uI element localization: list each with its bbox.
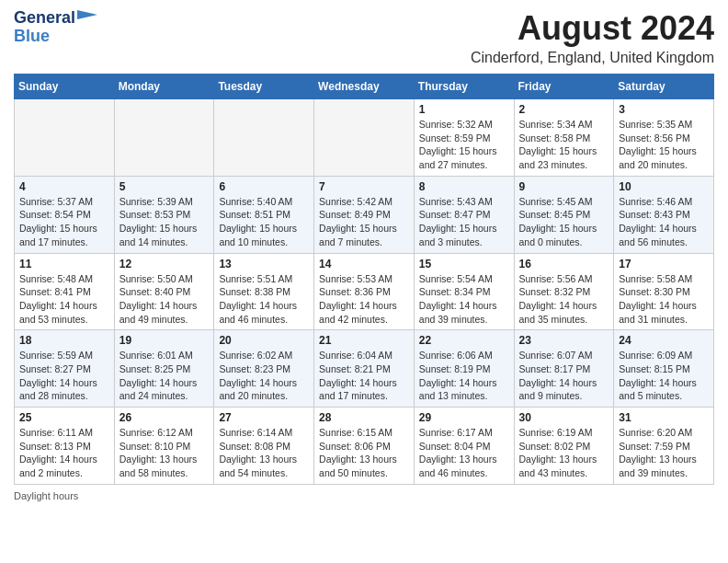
day-cell: 12Sunrise: 5:50 AM Sunset: 8:40 PM Dayli…: [114, 253, 214, 330]
day-number: 16: [519, 258, 609, 270]
daylight-hours-label: Daylight hours: [14, 490, 78, 501]
col-header-tuesday: Tuesday: [214, 75, 314, 99]
day-cell: 17Sunrise: 5:58 AM Sunset: 8:30 PM Dayli…: [614, 253, 714, 330]
day-info: Sunrise: 5:42 AM Sunset: 8:49 PM Dayligh…: [319, 195, 409, 249]
day-cell: 4Sunrise: 5:37 AM Sunset: 8:54 PM Daylig…: [15, 176, 115, 253]
title-block: August 2024 Cinderford, England, United …: [471, 9, 714, 66]
day-cell: 14Sunrise: 5:53 AM Sunset: 8:36 PM Dayli…: [314, 253, 415, 330]
logo-blue: Blue: [14, 28, 50, 46]
col-header-friday: Friday: [514, 75, 614, 99]
day-number: 23: [519, 334, 609, 347]
day-number: 27: [219, 411, 309, 424]
day-number: 28: [319, 411, 409, 424]
day-number: 17: [619, 258, 709, 270]
day-info: Sunrise: 5:45 AM Sunset: 8:45 PM Dayligh…: [519, 195, 609, 249]
day-info: Sunrise: 5:43 AM Sunset: 8:47 PM Dayligh…: [419, 195, 509, 249]
week-row-5: 25Sunrise: 6:11 AM Sunset: 8:13 PM Dayli…: [15, 408, 714, 485]
day-info: Sunrise: 5:35 AM Sunset: 8:56 PM Dayligh…: [619, 118, 709, 172]
calendar-table: SundayMondayTuesdayWednesdayThursdayFrid…: [14, 74, 714, 485]
day-number: 25: [19, 411, 109, 424]
day-cell: 16Sunrise: 5:56 AM Sunset: 8:32 PM Dayli…: [514, 253, 614, 330]
day-number: 26: [119, 411, 210, 424]
day-cell: 29Sunrise: 6:17 AM Sunset: 8:04 PM Dayli…: [414, 408, 514, 485]
week-row-3: 11Sunrise: 5:48 AM Sunset: 8:41 PM Dayli…: [15, 253, 714, 330]
day-info: Sunrise: 6:04 AM Sunset: 8:21 PM Dayligh…: [319, 349, 409, 403]
day-cell: 20Sunrise: 6:02 AM Sunset: 8:23 PM Dayli…: [214, 330, 314, 408]
day-number: 30: [519, 411, 609, 424]
day-number: 14: [319, 258, 409, 270]
main-title: August 2024: [471, 9, 714, 48]
logo: General Blue: [14, 9, 97, 46]
day-cell: 5Sunrise: 5:39 AM Sunset: 8:53 PM Daylig…: [114, 176, 214, 253]
day-info: Sunrise: 5:53 AM Sunset: 8:36 PM Dayligh…: [319, 272, 409, 327]
day-info: Sunrise: 5:59 AM Sunset: 8:27 PM Dayligh…: [19, 349, 109, 403]
day-info: Sunrise: 5:56 AM Sunset: 8:32 PM Dayligh…: [519, 272, 609, 327]
day-cell: 28Sunrise: 6:15 AM Sunset: 8:06 PM Dayli…: [314, 408, 415, 485]
day-cell: 10Sunrise: 5:46 AM Sunset: 8:43 PM Dayli…: [614, 176, 714, 253]
svg-marker-0: [77, 10, 97, 19]
footer-note: Daylight hours: [14, 490, 714, 501]
day-cell: 7Sunrise: 5:42 AM Sunset: 8:49 PM Daylig…: [314, 176, 415, 253]
day-number: 21: [319, 334, 409, 347]
day-cell: 27Sunrise: 6:14 AM Sunset: 8:08 PM Dayli…: [214, 408, 314, 485]
day-number: 20: [219, 334, 309, 347]
day-number: 9: [519, 180, 609, 193]
subtitle: Cinderford, England, United Kingdom: [471, 50, 714, 66]
day-info: Sunrise: 5:32 AM Sunset: 8:59 PM Dayligh…: [419, 118, 509, 172]
day-info: Sunrise: 5:40 AM Sunset: 8:51 PM Dayligh…: [219, 195, 309, 249]
day-info: Sunrise: 5:50 AM Sunset: 8:40 PM Dayligh…: [119, 272, 210, 327]
day-info: Sunrise: 5:58 AM Sunset: 8:30 PM Dayligh…: [619, 272, 709, 327]
day-number: 19: [119, 334, 210, 347]
day-cell: 23Sunrise: 6:07 AM Sunset: 8:17 PM Dayli…: [514, 330, 614, 408]
day-info: Sunrise: 6:17 AM Sunset: 8:04 PM Dayligh…: [419, 426, 509, 480]
day-cell: 30Sunrise: 6:19 AM Sunset: 8:02 PM Dayli…: [514, 408, 614, 485]
day-cell: 3Sunrise: 5:35 AM Sunset: 8:56 PM Daylig…: [614, 99, 714, 177]
day-cell: 13Sunrise: 5:51 AM Sunset: 8:38 PM Dayli…: [214, 253, 314, 330]
day-cell: [214, 99, 314, 177]
day-info: Sunrise: 5:37 AM Sunset: 8:54 PM Dayligh…: [19, 195, 109, 249]
col-header-saturday: Saturday: [614, 75, 714, 99]
day-number: 24: [619, 334, 709, 347]
day-number: 5: [119, 180, 210, 193]
day-info: Sunrise: 6:15 AM Sunset: 8:06 PM Dayligh…: [319, 426, 409, 480]
day-cell: 25Sunrise: 6:11 AM Sunset: 8:13 PM Dayli…: [15, 408, 115, 485]
col-header-monday: Monday: [114, 75, 214, 99]
day-info: Sunrise: 6:11 AM Sunset: 8:13 PM Dayligh…: [19, 426, 109, 480]
col-header-thursday: Thursday: [414, 75, 514, 99]
day-cell: 31Sunrise: 6:20 AM Sunset: 7:59 PM Dayli…: [614, 408, 714, 485]
day-cell: [15, 99, 115, 177]
day-number: 18: [19, 334, 109, 347]
day-info: Sunrise: 6:19 AM Sunset: 8:02 PM Dayligh…: [519, 426, 609, 480]
day-info: Sunrise: 6:02 AM Sunset: 8:23 PM Dayligh…: [219, 349, 309, 403]
day-cell: 24Sunrise: 6:09 AM Sunset: 8:15 PM Dayli…: [614, 330, 714, 408]
day-cell: 19Sunrise: 6:01 AM Sunset: 8:25 PM Dayli…: [114, 330, 214, 408]
col-header-sunday: Sunday: [15, 75, 115, 99]
day-number: 7: [319, 180, 409, 193]
day-cell: 22Sunrise: 6:06 AM Sunset: 8:19 PM Dayli…: [414, 330, 514, 408]
day-cell: [314, 99, 415, 177]
day-number: 4: [19, 180, 109, 193]
day-info: Sunrise: 6:01 AM Sunset: 8:25 PM Dayligh…: [119, 349, 210, 403]
day-info: Sunrise: 6:07 AM Sunset: 8:17 PM Dayligh…: [519, 349, 609, 403]
day-number: 22: [419, 334, 509, 347]
day-number: 31: [619, 411, 709, 424]
day-cell: 1Sunrise: 5:32 AM Sunset: 8:59 PM Daylig…: [414, 99, 514, 177]
day-info: Sunrise: 5:54 AM Sunset: 8:34 PM Dayligh…: [419, 272, 509, 327]
day-number: 11: [19, 258, 109, 270]
day-cell: 2Sunrise: 5:34 AM Sunset: 8:58 PM Daylig…: [514, 99, 614, 177]
day-cell: 15Sunrise: 5:54 AM Sunset: 8:34 PM Dayli…: [414, 253, 514, 330]
day-info: Sunrise: 6:09 AM Sunset: 8:15 PM Dayligh…: [619, 349, 709, 403]
day-number: 13: [219, 258, 309, 270]
day-info: Sunrise: 5:48 AM Sunset: 8:41 PM Dayligh…: [19, 272, 109, 327]
week-row-1: 1Sunrise: 5:32 AM Sunset: 8:59 PM Daylig…: [15, 99, 714, 177]
day-info: Sunrise: 6:12 AM Sunset: 8:10 PM Dayligh…: [119, 426, 210, 480]
header: General Blue August 2024 Cinderford, Eng…: [14, 9, 714, 66]
day-number: 15: [419, 258, 509, 270]
day-info: Sunrise: 6:20 AM Sunset: 7:59 PM Dayligh…: [619, 426, 709, 480]
day-info: Sunrise: 5:51 AM Sunset: 8:38 PM Dayligh…: [219, 272, 309, 327]
day-number: 12: [119, 258, 210, 270]
day-number: 10: [619, 180, 709, 193]
day-info: Sunrise: 5:39 AM Sunset: 8:53 PM Dayligh…: [119, 195, 210, 249]
week-row-4: 18Sunrise: 5:59 AM Sunset: 8:27 PM Dayli…: [15, 330, 714, 408]
day-number: 29: [419, 411, 509, 424]
